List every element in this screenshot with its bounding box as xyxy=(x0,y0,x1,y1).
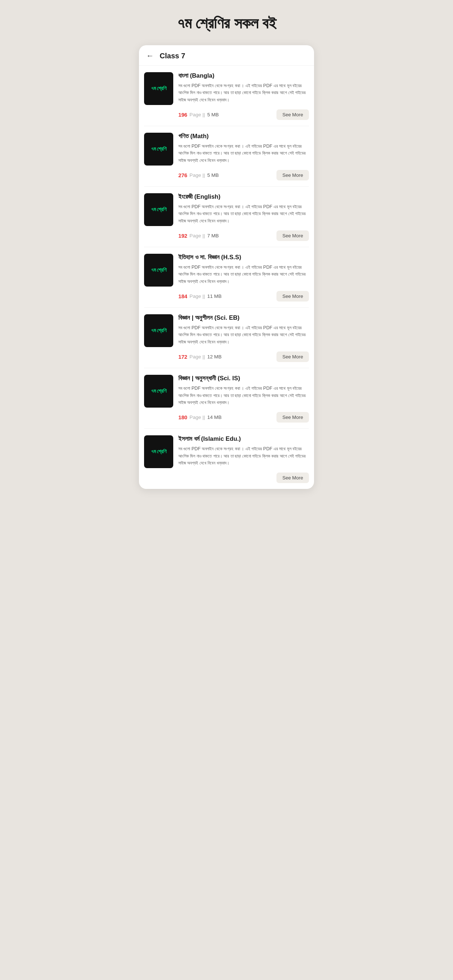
book-info: বাংলা (Bangla) সব গুলো PDF অনলাইন থেকে স… xyxy=(179,72,309,120)
book-pages: 180 xyxy=(179,415,187,420)
book-description: সব গুলো PDF অনলাইন থেকে সংগ্রহ করা । এই … xyxy=(179,325,309,345)
book-thumbnail-label: ৭ম শ্রেণি xyxy=(151,328,167,334)
book-title: গণিত (Math) xyxy=(179,133,309,140)
book-thumbnail-label: ৭ম শ্রেণি xyxy=(151,206,167,213)
book-description: সব গুলো PDF অনলাইন থেকে সংগ্রহ করা । এই … xyxy=(179,204,309,224)
book-description: সব গুলো PDF অনলাইন থেকে সংগ্রহ করা । এই … xyxy=(179,143,309,164)
book-meta-row: 196 Page || 5 MB See More xyxy=(179,110,309,120)
book-size: 14 MB xyxy=(207,415,222,420)
book-item: ৭ম শ্রেণি ইসলাম ধর্ম (Islamic Edu.) সব গ… xyxy=(144,429,309,489)
book-thumbnail-label: ৭ম শ্রেণি xyxy=(151,267,167,274)
see-more-button[interactable]: See More xyxy=(276,473,309,483)
book-info: গণিত (Math) সব গুলো PDF অনলাইন থেকে সংগ্… xyxy=(179,133,309,180)
book-sep: Page || xyxy=(190,293,205,299)
book-meta: 172 Page || 12 MB xyxy=(179,354,222,360)
book-sep: Page || xyxy=(190,415,205,420)
book-info: বিজ্ঞান | অনুশীলন (Sci. EB) সব গুলো PDF … xyxy=(179,314,309,362)
book-thumbnail-label: ৭ম শ্রেণি xyxy=(151,85,167,92)
book-pages: 276 xyxy=(179,172,187,178)
book-size: 5 MB xyxy=(207,172,219,178)
book-meta: 184 Page || 11 MB xyxy=(179,293,222,299)
book-sep: Page || xyxy=(190,233,205,239)
book-description: সব গুলো PDF অনলাইন থেকে সংগ্রহ করা । এই … xyxy=(179,83,309,103)
book-size: 12 MB xyxy=(207,354,222,360)
book-list: ৭ম শ্রেণি বাংলা (Bangla) সব গুলো PDF অনল… xyxy=(139,65,314,489)
book-meta-row: See More xyxy=(179,473,309,483)
book-title: বাংলা (Bangla) xyxy=(179,72,309,80)
see-more-button[interactable]: See More xyxy=(276,352,309,362)
book-title: ইংরেজী (English) xyxy=(179,193,309,200)
book-meta-row: 192 Page || 7 MB See More xyxy=(179,231,309,241)
book-meta-row: 172 Page || 12 MB See More xyxy=(179,352,309,362)
card-container: ← Class 7 ৭ম শ্রেণি বাংলা (Bangla) সব গু… xyxy=(139,45,314,489)
book-pages: 184 xyxy=(179,293,187,299)
card-header: ← Class 7 xyxy=(139,45,314,65)
book-size: 7 MB xyxy=(207,233,219,239)
book-info: বিজ্ঞান | অনুসন্ধানী (Sci. IS) সব গুলো P… xyxy=(179,375,309,423)
book-thumbnail: ৭ম শ্রেণি xyxy=(144,72,173,105)
page-title: ৭ম শ্রেণির সকল বই xyxy=(177,14,276,32)
book-description: সব গুলো PDF অনলাইন থেকে সংগ্রহ করা । এই … xyxy=(179,385,309,406)
book-meta-row: 184 Page || 11 MB See More xyxy=(179,291,309,302)
book-description: সব গুলো PDF অনলাইন থেকে সংগ্রহ করা । এই … xyxy=(179,264,309,285)
book-thumbnail: ৭ম শ্রেণি xyxy=(144,133,173,165)
book-info: ইসলাম ধর্ম (Islamic Edu.) সব গুলো PDF অন… xyxy=(179,435,309,483)
see-more-button[interactable]: See More xyxy=(276,412,309,423)
see-more-button[interactable]: See More xyxy=(276,231,309,241)
book-item: ৭ম শ্রেণি বিজ্ঞান | অনুশীলন (Sci. EB) সব… xyxy=(144,308,309,368)
book-item: ৭ম শ্রেণি ইংরেজী (English) সব গুলো PDF অ… xyxy=(144,187,309,247)
book-title: বিজ্ঞান | অনুসন্ধানী (Sci. IS) xyxy=(179,375,309,382)
see-more-button[interactable]: See More xyxy=(276,110,309,120)
book-pages: 196 xyxy=(179,112,187,118)
book-info: ইতিহাস ও সা. বিজ্ঞান (H.S.S) সব গুলো PDF… xyxy=(179,254,309,302)
book-meta-row: 276 Page || 5 MB See More xyxy=(179,170,309,180)
book-sep: Page || xyxy=(190,112,205,118)
book-thumbnail-label: ৭ম শ্রেণি xyxy=(151,146,167,153)
book-sep: Page || xyxy=(190,354,205,360)
book-sep: Page || xyxy=(190,172,205,178)
book-pages: 172 xyxy=(179,354,187,360)
book-item: ৭ম শ্রেণি গণিত (Math) সব গুলো PDF অনলাইন… xyxy=(144,126,309,187)
book-thumbnail: ৭ম শ্রেণি xyxy=(144,314,173,347)
book-meta: 192 Page || 7 MB xyxy=(179,233,219,239)
book-title: ইতিহাস ও সা. বিজ্ঞান (H.S.S) xyxy=(179,254,309,261)
book-size: 5 MB xyxy=(207,112,219,118)
book-thumbnail: ৭ম শ্রেণি xyxy=(144,435,173,468)
book-meta: 276 Page || 5 MB xyxy=(179,172,219,178)
book-info: ইংরেজী (English) সব গুলো PDF অনলাইন থেকে… xyxy=(179,193,309,241)
book-item: ৭ম শ্রেণি ইতিহাস ও সা. বিজ্ঞান (H.S.S) স… xyxy=(144,247,309,308)
book-thumbnail: ৭ম শ্রেণি xyxy=(144,375,173,407)
page-wrapper: ৭ম শ্রেণির সকল বই ← Class 7 ৭ম শ্রেণি বা… xyxy=(139,14,314,958)
book-description: সব গুলো PDF অনলাইন থেকে সংগ্রহ করা । এই … xyxy=(179,445,309,467)
book-item: ৭ম শ্রেণি বাংলা (Bangla) সব গুলো PDF অনল… xyxy=(144,65,309,126)
back-button[interactable]: ← xyxy=(146,52,154,60)
book-item: ৭ম শ্রেণি বিজ্ঞান | অনুসন্ধানী (Sci. IS)… xyxy=(144,368,309,429)
book-pages: 192 xyxy=(179,233,187,239)
card-header-title: Class 7 xyxy=(160,52,185,60)
book-meta: 196 Page || 5 MB xyxy=(179,112,219,118)
book-thumbnail-label: ৭ম শ্রেণি xyxy=(151,449,167,455)
see-more-button[interactable]: See More xyxy=(276,291,309,302)
book-thumbnail: ৭ম শ্রেণি xyxy=(144,254,173,286)
book-size: 11 MB xyxy=(207,293,222,299)
see-more-button[interactable]: See More xyxy=(276,170,309,180)
book-thumbnail-label: ৭ম শ্রেণি xyxy=(151,388,167,395)
book-thumbnail: ৭ম শ্রেণি xyxy=(144,193,173,226)
book-meta: 180 Page || 14 MB xyxy=(179,415,222,420)
book-title: ইসলাম ধর্ম (Islamic Edu.) xyxy=(179,435,309,442)
book-meta-row: 180 Page || 14 MB See More xyxy=(179,412,309,423)
book-title: বিজ্ঞান | অনুশীলন (Sci. EB) xyxy=(179,314,309,321)
